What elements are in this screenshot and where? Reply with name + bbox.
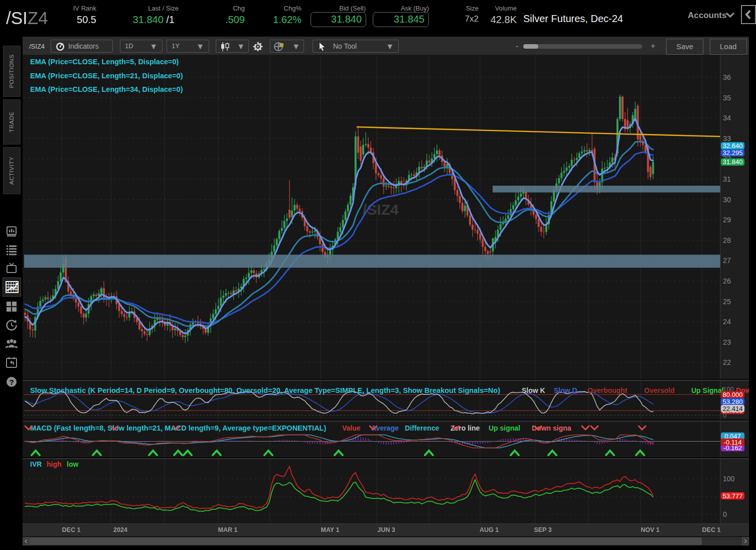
svg-text:Slow D: Slow D bbox=[554, 386, 577, 394]
svg-text:36: 36 bbox=[723, 73, 731, 81]
svg-text:Down signa: Down signa bbox=[532, 424, 571, 432]
svg-text:EMA (Price=CLOSE, Length=5, Di: EMA (Price=CLOSE, Length=5, Displace=0) bbox=[30, 58, 179, 66]
svg-text:100: 100 bbox=[723, 475, 735, 483]
svg-text:Value: Value bbox=[342, 424, 361, 432]
svg-text:28: 28 bbox=[723, 236, 731, 244]
svg-text:Up signal: Up signal bbox=[489, 424, 520, 432]
svg-text:Overbought: Overbought bbox=[587, 386, 628, 394]
svg-text:0: 0 bbox=[723, 510, 727, 518]
svg-text:24: 24 bbox=[723, 318, 731, 326]
svg-text:80.000: 80.000 bbox=[723, 391, 743, 398]
svg-text:EMA (Price=CLOSE, Length=34, D: EMA (Price=CLOSE, Length=34, Displace=0) bbox=[30, 85, 183, 93]
svg-text:Oversold: Oversold bbox=[644, 386, 675, 394]
svg-text:27: 27 bbox=[723, 256, 731, 264]
svg-text:31: 31 bbox=[723, 175, 731, 183]
svg-text:22: 22 bbox=[723, 358, 731, 366]
svg-text:33: 33 bbox=[723, 134, 731, 143]
svg-text:26: 26 bbox=[723, 277, 731, 285]
svg-text:22.414: 22.414 bbox=[723, 405, 743, 412]
svg-text:low: low bbox=[67, 460, 78, 468]
svg-text:Up Signal: Up Signal bbox=[691, 386, 724, 394]
svg-text:25: 25 bbox=[723, 298, 731, 306]
svg-text:32.640: 32.640 bbox=[723, 142, 743, 150]
svg-text:31.840: 31.840 bbox=[723, 158, 743, 166]
svg-text:30: 30 bbox=[723, 196, 731, 204]
svg-text:34: 34 bbox=[723, 114, 731, 122]
svg-text:29: 29 bbox=[723, 216, 731, 224]
svg-text:high: high bbox=[47, 460, 62, 468]
svg-text:EMA (Price=CLOSE, Length=21, D: EMA (Price=CLOSE, Length=21, Displace=0) bbox=[30, 72, 183, 80]
svg-text:?: ? bbox=[9, 378, 14, 386]
svg-text:23: 23 bbox=[723, 338, 731, 346]
svg-text:-0.114: -0.114 bbox=[724, 439, 742, 446]
svg-text:53.777: 53.777 bbox=[723, 492, 743, 500]
svg-text:35: 35 bbox=[723, 94, 731, 102]
svg-text:IVR: IVR bbox=[30, 460, 42, 468]
svg-text:Slow K: Slow K bbox=[522, 386, 545, 394]
svg-text:Slow Stochastic (K Period=14,: Slow Stochastic (K Period=14, D Period=9… bbox=[30, 386, 500, 394]
svg-text:32.295: 32.295 bbox=[723, 149, 743, 157]
svg-text:Difference: Difference bbox=[405, 424, 439, 432]
